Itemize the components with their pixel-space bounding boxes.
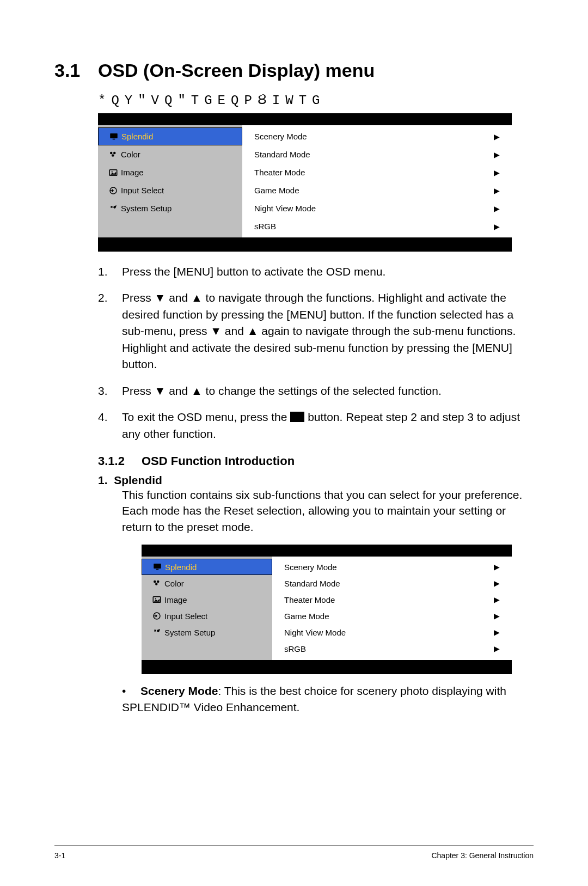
svg-point-12 — [155, 583, 158, 585]
menu-item-system-setup[interactable]: System Setup — [142, 624, 272, 640]
menu-item-input-select[interactable]: Input Select — [142, 608, 272, 624]
submenu-item[interactable]: Night View Mode▶ — [242, 199, 512, 217]
menu-label: Splendid — [165, 563, 197, 572]
svg-point-3 — [113, 151, 116, 154]
submenu-label: Night View Mode — [284, 628, 346, 637]
chevron-right-icon: ▶ — [494, 168, 500, 177]
submenu-label: Scenery Mode — [254, 132, 307, 141]
submenu-label: sRGB — [284, 644, 306, 653]
menu-label: Color — [164, 579, 184, 588]
osd-top-bar — [98, 113, 512, 125]
step-text: Press ▼ and ▲ to navigate through the fu… — [122, 290, 528, 372]
menu-item-splendid[interactable]: Splendid — [98, 127, 242, 145]
monitor-icon — [106, 132, 121, 142]
list-item: 1.Press the [MENU] button to activate th… — [98, 264, 528, 280]
section-number: 3.1 — [54, 60, 98, 81]
osd-menu-figure-2: Splendid Color Image Input Select System… — [142, 545, 512, 674]
menu-label: System Setup — [121, 204, 171, 213]
submenu-item[interactable]: Standard Mode▶ — [242, 145, 512, 163]
osd-left-panel: Splendid Color Image Input Select System… — [142, 557, 272, 660]
list-item: 4.To exit the OSD menu, press the button… — [98, 409, 528, 442]
submenu-item[interactable]: Game Mode▶ — [272, 608, 512, 624]
submenu-label: Theater Mode — [254, 168, 305, 177]
page-number: 3-1 — [54, 851, 65, 860]
chevron-right-icon: ▶ — [494, 132, 500, 141]
submenu-item[interactable]: Night View Mode▶ — [272, 624, 512, 640]
menu-label: Image — [121, 168, 144, 177]
menu-label: System Setup — [164, 628, 215, 637]
mode-description: •Scenery Mode: This is the best choice f… — [122, 683, 530, 715]
submenu-label: Game Mode — [254, 186, 299, 195]
splendid-name: Splendid — [114, 474, 162, 486]
chevron-right-icon: ▶ — [494, 204, 500, 213]
splendid-block: 1. Splendid This function contains six s… — [98, 474, 534, 535]
submenu-label: Theater Mode — [284, 595, 335, 604]
subsection-number: 3.1.2 — [98, 454, 142, 468]
section-heading: 3.1OSD (On-Screen Display) menu — [54, 60, 534, 81]
splendid-body: This function contains six sub-functions… — [122, 487, 534, 535]
osd-left-panel: Splendid Color Image Input Select System… — [98, 125, 242, 237]
step-text-part: To exit the OSD menu, press the — [122, 411, 290, 423]
button-icon — [290, 412, 304, 422]
section-title: OSD (On-Screen Display) menu — [98, 60, 375, 81]
submenu-item[interactable]: Game Mode▶ — [242, 181, 512, 199]
chevron-right-icon: ▶ — [494, 563, 500, 571]
page-footer: 3-1 Chapter 3: General Instruction — [54, 845, 534, 860]
submenu-item[interactable]: sRGB▶ — [272, 640, 512, 657]
input-icon — [106, 186, 121, 195]
chevron-right-icon: ▶ — [494, 644, 500, 653]
submenu-label: Standard Mode — [284, 579, 340, 588]
svg-rect-8 — [154, 564, 161, 569]
menu-item-splendid[interactable]: Splendid — [142, 559, 272, 575]
step-text: To exit the OSD menu, press the button. … — [122, 409, 528, 442]
svg-rect-9 — [156, 569, 159, 570]
instruction-list: 1.Press the [MENU] button to activate th… — [98, 264, 528, 442]
step-text: Press the [MENU] button to activate the … — [122, 264, 528, 280]
submenu-label: Night View Mode — [254, 204, 316, 213]
submenu-item[interactable]: Theater Mode▶ — [242, 163, 512, 181]
chevron-right-icon: ▶ — [494, 628, 500, 637]
list-item: 2.Press ▼ and ▲ to navigate through the … — [98, 290, 528, 372]
tools-icon — [106, 204, 121, 213]
submenu-label: Standard Mode — [254, 150, 310, 159]
palette-icon — [106, 150, 121, 160]
input-icon — [149, 611, 164, 621]
mode-name: Scenery Mode — [140, 685, 218, 697]
submenu-item[interactable]: Standard Mode▶ — [272, 575, 512, 591]
svg-point-11 — [157, 581, 160, 583]
menu-item-system-setup[interactable]: System Setup — [98, 199, 242, 217]
image-icon — [106, 168, 121, 178]
menu-item-color[interactable]: Color — [98, 145, 242, 163]
chapter-label: Chapter 3: General Instruction — [431, 851, 534, 860]
submenu-item[interactable]: sRGB▶ — [242, 217, 512, 235]
menu-label: Splendid — [121, 132, 153, 141]
chevron-right-icon: ▶ — [494, 186, 500, 195]
osd-menu-figure: Splendid Color Image Input Select System… — [98, 113, 512, 252]
submenu-item[interactable]: Scenery Mode▶ — [272, 559, 512, 575]
menu-label: Image — [164, 595, 187, 604]
osd-right-panel: Scenery Mode▶ Standard Mode▶ Theater Mod… — [242, 125, 512, 237]
config-subheading: *QY"VQ"TGEQPȢIWTG — [98, 92, 534, 108]
menu-label: Input Select — [121, 186, 164, 195]
svg-rect-0 — [110, 133, 118, 138]
chevron-right-icon: ▶ — [494, 612, 500, 620]
submenu-label: Game Mode — [284, 612, 329, 621]
menu-label: Input Select — [164, 612, 207, 621]
submenu-item[interactable]: Theater Mode▶ — [272, 591, 512, 608]
menu-item-image[interactable]: Image — [98, 163, 242, 181]
subsection-title: OSD Function Introduction — [142, 454, 295, 468]
list-item: 3.Press ▼ and ▲ to change the settings o… — [98, 383, 528, 399]
monitor-icon — [150, 562, 165, 572]
osd-right-panel: Scenery Mode▶ Standard Mode▶ Theater Mod… — [272, 557, 512, 660]
svg-point-10 — [154, 581, 156, 583]
menu-item-input-select[interactable]: Input Select — [98, 181, 242, 199]
palette-icon — [149, 578, 164, 588]
tools-icon — [149, 627, 164, 637]
image-icon — [149, 595, 164, 604]
svg-point-4 — [112, 154, 114, 157]
osd-top-bar — [142, 545, 512, 557]
menu-item-image[interactable]: Image — [142, 591, 272, 608]
submenu-item[interactable]: Scenery Mode▶ — [242, 127, 512, 145]
menu-item-color[interactable]: Color — [142, 575, 272, 591]
splendid-num: 1. — [98, 474, 108, 486]
